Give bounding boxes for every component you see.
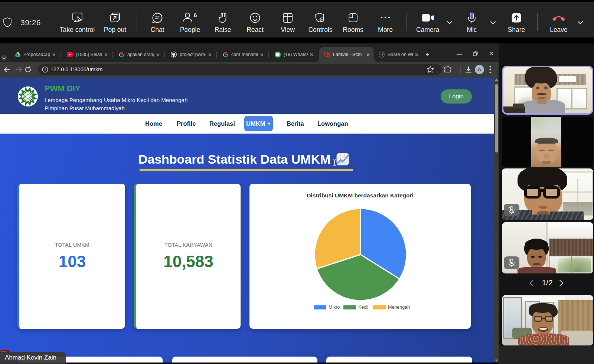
svg-text:6: 6 <box>194 12 197 18</box>
